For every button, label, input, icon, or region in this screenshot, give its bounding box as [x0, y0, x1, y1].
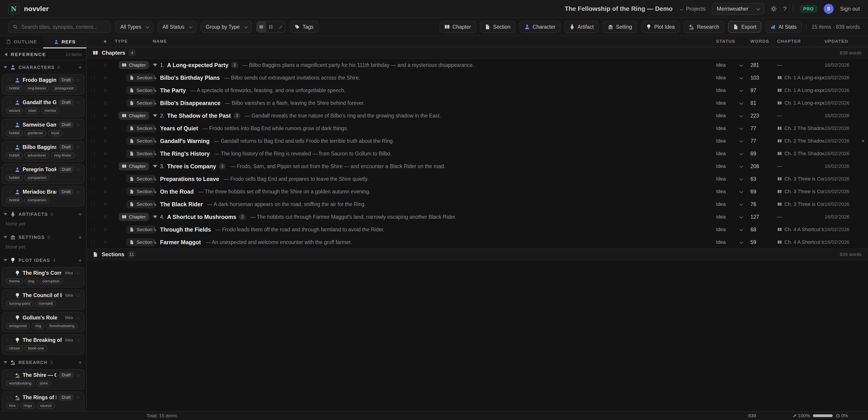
- status-select[interactable]: Idea: [716, 125, 750, 131]
- sidebar-group-header[interactable]: ARTIFACTS 0 +: [0, 208, 86, 220]
- pin-view-button[interactable]: [276, 22, 285, 32]
- expand-caret-icon[interactable]: [153, 64, 157, 66]
- drag-handle-icon[interactable]: ⋮⋮: [87, 164, 98, 168]
- star-icon[interactable]: ☆: [98, 100, 112, 106]
- status-select[interactable]: Idea: [716, 163, 750, 169]
- back-arrow-icon[interactable]: [4, 53, 7, 56]
- status-select[interactable]: Idea: [716, 214, 750, 220]
- status-filter-dropdown[interactable]: All Status: [158, 21, 197, 33]
- ai-stats-button[interactable]: AI Stats: [765, 21, 802, 33]
- table-row[interactable]: ⋮⋮ ☆ Section: [87, 135, 868, 147]
- drag-handle-icon[interactable]: ⋮⋮: [6, 294, 12, 297]
- table-row[interactable]: ⋮⋮ ☆ Chapter: [87, 211, 868, 223]
- status-select[interactable]: Idea: [716, 189, 750, 195]
- grid-view-button[interactable]: [266, 22, 276, 32]
- table-row[interactable]: ⋮⋮ ☆ Section: [87, 172, 868, 185]
- drag-handle-icon[interactable]: ⋮⋮: [6, 190, 12, 194]
- star-icon[interactable]: ☆: [98, 138, 112, 144]
- star-icon[interactable]: ☆: [98, 113, 112, 119]
- table-row[interactable]: ⋮⋮ ☆ Section: [87, 147, 868, 160]
- star-icon[interactable]: ☆: [98, 201, 112, 207]
- column-name[interactable]: NAME: [153, 39, 716, 44]
- star-icon[interactable]: ☆: [76, 144, 81, 150]
- drag-handle-icon[interactable]: ⋮⋮: [6, 396, 12, 399]
- drag-handle-icon[interactable]: ⋮⋮: [87, 202, 98, 206]
- star-icon[interactable]: ☆: [98, 214, 112, 220]
- star-icon[interactable]: ☆: [98, 88, 112, 93]
- drag-handle-icon[interactable]: ⋮⋮: [6, 168, 12, 171]
- group-by-dropdown[interactable]: Group by Type: [201, 21, 252, 33]
- add-item-button[interactable]: +: [79, 359, 82, 365]
- tab-outline[interactable]: OUTLINE: [0, 36, 43, 49]
- reference-card[interactable]: ⋮⋮ Bilbo Baggins Draft ☆: [2, 141, 85, 162]
- star-icon[interactable]: ☆: [76, 189, 81, 195]
- list-view-button[interactable]: [256, 22, 266, 32]
- status-select[interactable]: Idea: [716, 113, 750, 119]
- table-row[interactable]: ⋮⋮ ☆ Section: [87, 122, 868, 135]
- table-row[interactable]: ⋮⋮ ☆ Section: [87, 236, 868, 249]
- column-status[interactable]: STATUS: [716, 39, 750, 44]
- status-select[interactable]: Idea: [716, 138, 750, 144]
- group-header[interactable]: Chapters 4 839 words: [87, 47, 868, 59]
- drag-handle-icon[interactable]: ⋮⋮: [87, 190, 98, 193]
- add-plot-idea-button[interactable]: Plot Idea: [641, 21, 680, 33]
- add-character-button[interactable]: Character: [520, 21, 560, 33]
- drag-handle-icon[interactable]: ⋮⋮: [87, 152, 98, 156]
- column-updated[interactable]: UPDATED: [825, 39, 858, 44]
- add-artifact-button[interactable]: Artifact: [564, 21, 599, 33]
- reference-card[interactable]: ⋮⋮ Frodo Baggins Draft ☆: [2, 74, 85, 95]
- add-research-button[interactable]: Research: [684, 21, 724, 33]
- drag-handle-icon[interactable]: ⋮⋮: [87, 114, 98, 118]
- status-select[interactable]: Idea: [716, 176, 750, 182]
- star-icon[interactable]: ☆: [98, 176, 112, 182]
- search-box[interactable]: [8, 21, 111, 33]
- table-row[interactable]: ⋮⋮ ☆ Section: [87, 185, 868, 198]
- column-words[interactable]: WORDS: [750, 39, 777, 44]
- drag-handle-icon[interactable]: ⋮⋮: [87, 228, 98, 231]
- table-row[interactable]: ⋮⋮ ☆ Chapter: [87, 109, 868, 122]
- avatar[interactable]: S: [824, 4, 834, 14]
- drag-handle-icon[interactable]: ⋮⋮: [87, 63, 98, 67]
- drag-handle-icon[interactable]: ⋮⋮: [87, 127, 98, 130]
- drag-handle-icon[interactable]: ⋮⋮: [6, 123, 12, 127]
- add-item-button[interactable]: +: [79, 234, 82, 240]
- close-icon[interactable]: ×: [858, 138, 868, 144]
- table-row[interactable]: ⋮⋮ ☆ Chapter: [87, 59, 868, 71]
- expand-caret-icon[interactable]: [153, 114, 157, 117]
- table-row[interactable]: ⋮⋮ ☆ Section: [87, 223, 868, 236]
- add-setting-button[interactable]: Setting: [603, 21, 637, 33]
- reference-card[interactable]: ⋮⋮ The Shire — Geo... Draft ☆: [2, 369, 85, 390]
- table-row[interactable]: ⋮⋮ ☆ Section: [87, 71, 868, 84]
- reference-card[interactable]: ⋮⋮ The Rings of Power Draft ☆: [2, 391, 85, 411]
- star-icon[interactable]: ☆: [98, 125, 112, 131]
- reference-card[interactable]: ⋮⋮ The Breaking of th... Idea ☆: [2, 334, 85, 355]
- star-icon[interactable]: ☆: [98, 239, 112, 245]
- expand-caret-icon[interactable]: [153, 165, 157, 168]
- sidebar-group-header[interactable]: PLOT IDEAS 4 +: [0, 254, 86, 266]
- sidebar-group-header[interactable]: CHARACTERS 6 +: [0, 61, 86, 73]
- drag-handle-icon[interactable]: ⋮⋮: [87, 139, 98, 143]
- reference-card[interactable]: ⋮⋮ Peregrin Took (Pi... Draft ☆: [2, 164, 85, 184]
- sidebar-group-header[interactable]: RESEARCH 3 +: [0, 357, 86, 368]
- status-select[interactable]: Idea: [716, 75, 750, 80]
- add-item-button[interactable]: +: [79, 64, 82, 70]
- star-icon[interactable]: ☆: [76, 293, 81, 298]
- star-icon[interactable]: ☆: [98, 62, 112, 68]
- reference-card[interactable]: ⋮⋮ Samwise Gamgee Draft ☆: [2, 119, 85, 139]
- star-icon[interactable]: ☆: [98, 151, 112, 157]
- status-select[interactable]: Idea: [716, 201, 750, 207]
- star-icon[interactable]: ☆: [76, 100, 81, 105]
- drag-handle-icon[interactable]: ⋮⋮: [6, 78, 12, 82]
- sidebar-scroll[interactable]: CHARACTERS 6 + ⋮⋮: [0, 61, 86, 411]
- tab-refs[interactable]: REFS: [43, 36, 86, 49]
- table-row[interactable]: ⋮⋮ ☆ Section: [87, 198, 868, 211]
- search-input[interactable]: [21, 24, 107, 30]
- reference-card[interactable]: ⋮⋮ The Ring's Corrup... Idea ☆: [2, 267, 85, 288]
- drag-handle-icon[interactable]: ⋮⋮: [87, 89, 98, 92]
- drag-handle-icon[interactable]: ⋮⋮: [6, 271, 12, 275]
- reference-card[interactable]: ⋮⋮ Meriadoc Brandy... Draft ☆: [2, 186, 85, 206]
- status-select[interactable]: Idea: [716, 88, 750, 93]
- export-button btn-export[interactable]: Export: [728, 21, 761, 33]
- status-select[interactable]: Idea: [716, 62, 750, 68]
- star-icon[interactable]: ☆: [98, 75, 112, 80]
